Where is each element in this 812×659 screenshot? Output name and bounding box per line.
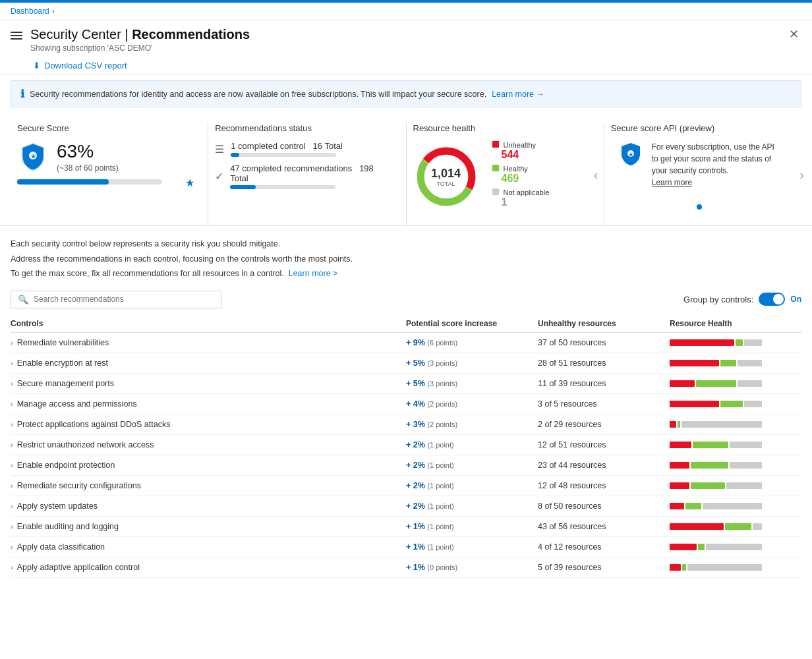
score-pts: (2 points) [427,400,457,408]
bar-red [670,442,691,448]
health-bar [670,339,762,346]
carousel-dots [611,199,788,212]
col-health-bar-cell [670,462,801,469]
col-controls-cell: › Enable encryption at rest [11,358,406,368]
download-csv-button[interactable]: ⬇ Download CSV report [33,61,127,71]
download-icon: ⬇ [33,61,40,71]
breadcrumb-dashboard[interactable]: Dashboard [11,7,49,16]
group-by-toggle[interactable] [759,293,785,306]
table-row[interactable]: › Apply system updates + 2% (1 point) 8 … [11,496,801,517]
health-bar [670,442,762,448]
svg-text:★: ★ [629,152,633,157]
col-controls-cell: › Enable auditing and logging [11,522,406,531]
col-controls-cell: › Remediate vulnerabilities [11,338,406,347]
table-row[interactable]: › Secure management ports + 5% (3 points… [11,374,801,394]
banner-learn-more-link[interactable]: Learn more → [492,90,544,99]
table-row[interactable]: › Remediate vulnerabilities + 9% (6 poin… [11,333,801,353]
row-name: Enable endpoint protection [17,461,115,470]
col-controls-cell: › Apply adaptive application control [11,563,406,572]
expand-icon[interactable]: › [11,543,13,551]
group-by-label: Group by controls: [683,295,753,304]
bar-red [670,503,684,509]
expand-icon[interactable]: › [11,420,13,428]
col-unhealthy-cell: 11 of 39 resources [538,379,670,388]
carousel-dot-1[interactable] [697,204,702,210]
bar-gray [687,564,762,571]
expand-icon[interactable]: › [11,461,13,469]
rec-controls-item: ☰ 1 completed control 16 Total [215,141,392,157]
table-body: › Remediate vulnerabilities + 9% (6 poin… [11,333,801,578]
table-row[interactable]: › Enable endpoint protection + 2% (1 poi… [11,455,801,476]
table-row[interactable]: › Remediate security configurations + 2%… [11,476,801,496]
download-bar: ⬇ Download CSV report [0,57,812,75]
rec-recs-text: 47 completed recommendations 198 Total [230,163,392,189]
carousel-prev-button[interactable]: ‹ [594,167,598,182]
score-pct: + 4% [406,399,425,409]
col-controls-cell: › Secure management ports [11,379,406,388]
donut-chart: 1,014 TOTAL [413,144,479,210]
api-learn-more-link[interactable]: Learn more [652,178,692,187]
col-health-bar-cell [670,421,801,428]
rec-recs-count-row: 47 completed recommendations 198 Total [230,163,392,183]
table-row[interactable]: › Restrict unauthorized network access +… [11,435,801,455]
bar-green [691,482,724,489]
secure-score-title: Secure Score [17,123,194,133]
expand-icon[interactable]: › [11,441,13,449]
expand-icon[interactable]: › [11,502,13,510]
resource-health-title: Resource health [413,123,591,133]
table-row[interactable]: › Enable encryption at rest + 5% (3 poin… [11,353,801,374]
row-name: Manage access and permissions [17,399,137,409]
bar-gray [703,503,762,509]
score-pct: + 2% [406,501,425,511]
col-score-cell: + 5% (3 points) [406,379,538,388]
col-score-cell: + 2% (1 point) [406,501,538,511]
legend-unhealthy: Unhealthy 544 [492,141,550,161]
secure-score-section: Secure Score ★ 63% (~38 of 60 points) ★ [11,123,208,225]
close-button[interactable]: ✕ [786,27,801,42]
legend-healthy: Healthy 469 [492,165,550,185]
table-row[interactable]: › Enable auditing and logging + 1% (1 po… [11,517,801,537]
table-row[interactable]: › Apply adaptive application control + 1… [11,558,801,578]
header: Security Center | Recommendations Showin… [0,20,812,57]
expand-icon[interactable]: › [11,380,13,387]
bar-red [670,523,724,530]
shield-icon: ★ [17,141,49,173]
row-name: Protect applications against DDoS attack… [17,420,171,429]
expand-icon[interactable]: › [11,400,13,408]
col-health-bar-cell [670,544,801,550]
bar-red [670,401,719,407]
col-unhealthy-cell: 37 of 50 resources [538,338,670,347]
bar-green [693,442,728,448]
col-controls-cell: › Manage access and permissions [11,399,406,409]
bar-gray [753,523,762,530]
score-pct: + 1% [406,542,425,552]
table-row[interactable]: › Manage access and permissions + 4% (2 … [11,394,801,415]
expand-icon[interactable]: › [11,523,13,530]
recommendations-status-title: Recommendations status [215,123,392,133]
bar-gray [738,380,762,387]
row-name: Restrict unauthorized network access [17,440,154,449]
expand-icon[interactable]: › [11,359,13,367]
health-bar [670,401,762,407]
api-preview-title: Secure score API (preview) [611,123,788,133]
context-learn-more-link[interactable]: Learn more > [289,269,338,278]
rec-controls-count-row: 1 completed control 16 Total [231,141,343,151]
table-row[interactable]: › Apply data classification + 1% (1 poin… [11,537,801,558]
row-name: Remediate security configurations [17,481,141,490]
carousel-next-button[interactable]: › [799,167,804,182]
table-row[interactable]: › Protect applications against DDoS atta… [11,415,801,435]
col-controls-cell: › Apply data classification [11,542,406,552]
bar-gray [726,482,762,489]
health-bar [670,380,762,387]
api-shield-icon: ★ [618,141,644,167]
bar-green [698,544,705,550]
score-bar-wrap: ★ [17,179,194,185]
menu-icon[interactable] [11,30,22,42]
col-health-bar-cell [670,523,801,530]
expand-icon[interactable]: › [11,482,13,490]
search-input[interactable] [34,295,214,304]
col-score-cell: + 1% (1 point) [406,522,538,531]
expand-icon[interactable]: › [11,339,13,347]
expand-icon[interactable]: › [11,563,13,571]
page-subtitle: Showing subscription 'ASC DEMO' [30,43,250,53]
